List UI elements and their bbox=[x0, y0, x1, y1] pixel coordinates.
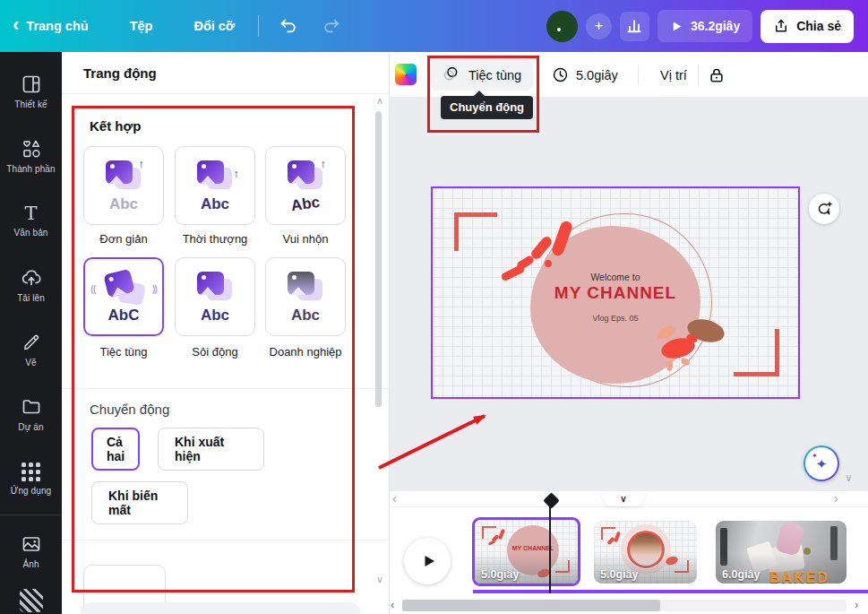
insights-button[interactable] bbox=[620, 12, 649, 41]
context-toolbar: Tiệc tùng 5.0giây Vị trí bbox=[390, 52, 868, 97]
editor-main-area: Tiệc tùng 5.0giây Vị trí Chuyển động bbox=[390, 52, 868, 614]
timeline-scroll-right-icon[interactable]: › bbox=[834, 491, 838, 506]
play-icon bbox=[421, 553, 437, 569]
add-comment-button[interactable] bbox=[809, 194, 839, 224]
page-thumbnail-1[interactable]: MY CHANNEL 5.0giây bbox=[472, 517, 580, 586]
menu-resize[interactable]: Đổi cỡ bbox=[193, 19, 235, 33]
comment-plus-icon bbox=[816, 201, 833, 218]
sidebar-item-photos[interactable]: Ảnh bbox=[0, 519, 62, 584]
upload-cloud-icon bbox=[21, 267, 42, 289]
animation-style-thumbnail: (( )) AbC bbox=[96, 271, 151, 323]
redo-icon bbox=[322, 16, 341, 36]
combo-section-heading: Kết hợp bbox=[90, 118, 141, 134]
brush-stroke bbox=[545, 260, 552, 267]
sidebar-item-apps[interactable]: Ứng dụng bbox=[0, 446, 62, 511]
animation-style-card-thoi-thuong[interactable]: ↑ Abc bbox=[175, 146, 255, 225]
page-thumbnail-2[interactable]: 5.0giây bbox=[594, 521, 697, 584]
motion-option-on-enter[interactable]: Khi xuất hiện bbox=[158, 428, 264, 471]
play-icon bbox=[670, 20, 683, 33]
animation-style-label: Sôi động bbox=[174, 345, 256, 359]
design-icon bbox=[21, 74, 42, 95]
share-icon bbox=[773, 18, 789, 34]
page-duration-label: 5.0giây bbox=[481, 568, 519, 581]
account-avatar[interactable] bbox=[546, 11, 578, 42]
video-caption: BAKED bbox=[769, 570, 829, 584]
folder-icon bbox=[21, 396, 42, 418]
motion-option-both[interactable]: Cả hai bbox=[91, 428, 140, 471]
panel-scroll-down-icon[interactable]: ∨ bbox=[376, 574, 383, 585]
floral-shape bbox=[666, 360, 673, 371]
timeline-scrollbar-thumb[interactable] bbox=[402, 600, 660, 611]
page-thumbnail-3[interactable]: 6.0giây BAKED bbox=[716, 521, 847, 584]
sidebar-item-projects[interactable]: Dự án bbox=[0, 382, 62, 446]
scroll-down-icon[interactable]: ∨ bbox=[845, 471, 853, 484]
animations-panel: Trang động Kết hợp ↑ Abc Đơn giản ↑ Abc … bbox=[62, 52, 390, 614]
timeline-scroll-left-icon[interactable]: ‹ bbox=[392, 491, 397, 506]
animation-style-card-don-gian[interactable]: ↑ Abc bbox=[83, 146, 164, 225]
share-label: Chia sẻ bbox=[796, 19, 841, 33]
animation-style-button[interactable]: Tiệc tùng bbox=[430, 59, 533, 91]
animate-circles-icon bbox=[442, 65, 460, 84]
sidebar-separator bbox=[0, 515, 62, 515]
animation-style-thumbnail: Abc bbox=[187, 271, 243, 323]
panel-scrollbar-thumb[interactable] bbox=[375, 111, 382, 407]
sidebar-item-uploads[interactable]: Tải lên bbox=[0, 253, 62, 317]
page-duration-button[interactable]: 5.0giây bbox=[545, 59, 625, 91]
design-welcome-text: Welcome to bbox=[526, 272, 705, 282]
animation-style-card-vui-nhon[interactable]: ↑ Abc bbox=[265, 146, 346, 225]
undo-button[interactable] bbox=[275, 13, 302, 39]
page-duration-label: 6.0giây bbox=[722, 568, 760, 581]
design-title-text: MY CHANNEL bbox=[526, 283, 705, 303]
timeline-panel: ‹ ∨ › MY CHANNEL 5.0giây bbox=[390, 491, 868, 614]
timeline-play-button[interactable] bbox=[404, 538, 451, 584]
timeline-scrollbar-right-icon[interactable]: › bbox=[855, 598, 858, 611]
animation-style-label: Đơn giản bbox=[82, 232, 165, 246]
magic-assistant-button[interactable]: ✦✦ bbox=[804, 445, 839, 481]
background-tool-icon[interactable] bbox=[20, 589, 43, 612]
panel-scroll-up-icon[interactable]: ∧ bbox=[376, 95, 383, 107]
animation-style-label: Doanh nghiệp bbox=[264, 345, 347, 359]
timeline-duration-track[interactable] bbox=[473, 590, 868, 593]
toolbar-divider bbox=[638, 65, 639, 85]
animation-style-thumbnail: ↑ Abc bbox=[187, 160, 243, 212]
animation-style-thumbnail: Abc bbox=[278, 271, 333, 323]
text-icon: T bbox=[24, 203, 37, 223]
sidebar-item-text[interactable]: T Văn bản bbox=[0, 188, 62, 253]
preview-play-button[interactable]: 36.2giây bbox=[657, 10, 752, 42]
sound-waves-left: (( bbox=[90, 283, 95, 294]
motion-option-on-exit[interactable]: Khi biến mất bbox=[91, 481, 188, 524]
animation-style-thumbnail: ↑ Abc bbox=[278, 160, 333, 212]
panel-divider bbox=[62, 540, 389, 540]
color-swatch-button[interactable] bbox=[395, 64, 417, 85]
lock-icon bbox=[708, 66, 726, 84]
playhead-line[interactable] bbox=[549, 504, 551, 593]
total-duration: 36.2giây bbox=[691, 19, 740, 33]
menu-file[interactable]: Tệp bbox=[130, 19, 153, 33]
sidebar-item-elements[interactable]: Thành phần bbox=[0, 124, 62, 188]
animation-style-thumbnail: ↑ Abc bbox=[96, 160, 151, 212]
apps-grid-icon bbox=[21, 463, 40, 481]
clock-icon bbox=[552, 66, 569, 83]
share-button[interactable]: Chia sẻ bbox=[761, 10, 854, 43]
redo-button[interactable] bbox=[318, 13, 345, 39]
back-home-button[interactable]: ‹ Trang chủ bbox=[13, 17, 89, 35]
sidebar-item-design[interactable]: Thiết kế bbox=[0, 59, 62, 124]
lock-button[interactable] bbox=[703, 62, 730, 89]
panel-divider bbox=[62, 388, 389, 389]
animation-style-card-doanh-nghiep[interactable]: Abc bbox=[265, 257, 346, 336]
brush-stroke bbox=[500, 264, 525, 282]
mini-design-title: MY CHANNEL bbox=[500, 545, 566, 551]
animation-style-card-tiec-tung[interactable]: (( )) AbC bbox=[83, 257, 164, 336]
motion-section-heading: Chuyển động bbox=[90, 402, 169, 417]
animation-style-card-soi-dong[interactable]: Abc bbox=[175, 257, 255, 336]
timeline-seam bbox=[390, 506, 868, 507]
position-button[interactable]: Vị trí bbox=[649, 59, 698, 91]
panel-title: Trang động bbox=[62, 52, 389, 94]
timeline-scrollbar-left-icon[interactable]: ‹ bbox=[391, 598, 394, 611]
sidebar-item-draw[interactable]: Vẽ bbox=[0, 317, 62, 382]
canvas-page[interactable]: Welcome to MY CHANNEL Vlog Eps. 05 bbox=[431, 186, 800, 399]
sound-waves-right: )) bbox=[152, 283, 157, 294]
page-duration-label: 5.0giây bbox=[600, 568, 638, 581]
add-member-button[interactable]: + bbox=[586, 13, 612, 39]
timeline-collapse-tab[interactable]: ∨ bbox=[602, 491, 645, 506]
